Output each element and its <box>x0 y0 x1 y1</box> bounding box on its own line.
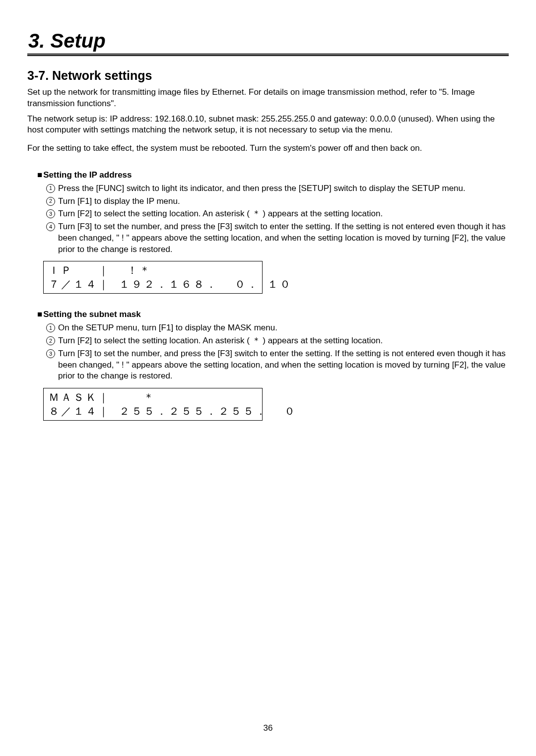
intro-paragraph-1: Set up the network for transmitting imag… <box>27 87 509 110</box>
ip-lcd-row-1: ＩＰ ｜ ！＊ <box>49 263 257 277</box>
mask-steps: 1On the SETUP menu, turn [F1] to display… <box>27 322 509 382</box>
step-text: Turn [F2] to select the setting location… <box>58 208 383 220</box>
step-number-icon: 1 <box>46 323 55 332</box>
mask-step-1: 1On the SETUP menu, turn [F1] to display… <box>27 322 509 334</box>
chapter-title: 3. Setup <box>27 30 509 52</box>
divider-bottom <box>27 55 509 56</box>
step-text: Turn [F2] to select the setting location… <box>58 335 383 347</box>
mask-subheading: Setting the subnet mask <box>27 310 509 319</box>
ip-lcd-row-2: ７／１４｜ １９２．１６８． ０． １０ <box>49 277 257 291</box>
ip-step-1: 1Press the [FUNC] switch to light its in… <box>27 183 509 194</box>
mask-lcd-display: ＭＡＳＫ｜ ＊ ８／１４｜ ２５５．２５５．２５５． ０ <box>43 388 263 421</box>
page-number: 36 <box>27 723 509 733</box>
step-text: Turn [F3] to set the number, and press t… <box>58 221 509 255</box>
step-number-icon: 2 <box>46 336 55 345</box>
ip-subheading: Setting the IP address <box>27 170 509 180</box>
step-number-icon: 3 <box>46 349 55 358</box>
ip-step-3: 3Turn [F2] to select the setting locatio… <box>27 208 509 220</box>
ip-step-2: 2Turn [F1] to display the IP menu. <box>27 196 509 207</box>
intro-paragraph-2: The network setup is: IP address: 192.16… <box>27 114 509 136</box>
step-number-icon: 3 <box>46 209 55 218</box>
step-text: Turn [F3] to set the number, and press t… <box>58 348 509 382</box>
step-number-icon: 2 <box>46 197 55 206</box>
intro-paragraph-3: For the setting to take effect, the syst… <box>27 143 509 154</box>
step-number-icon: 4 <box>46 222 55 231</box>
step-number-icon: 1 <box>46 184 55 193</box>
section-title: 3-7. Network settings <box>27 68 509 83</box>
step-text: Press the [FUNC] switch to light its ind… <box>58 183 466 194</box>
step-text: Turn [F1] to display the IP menu. <box>58 196 180 207</box>
mask-lcd-row-2: ８／１４｜ ２５５．２５５．２５５． ０ <box>49 404 257 418</box>
ip-lcd-display: ＩＰ ｜ ！＊ ７／１４｜ １９２．１６８． ０． １０ <box>43 261 263 294</box>
mask-step-3: 3Turn [F3] to set the number, and press … <box>27 348 509 382</box>
mask-lcd-row-1: ＭＡＳＫ｜ ＊ <box>49 390 257 404</box>
mask-step-2: 2Turn [F2] to select the setting locatio… <box>27 335 509 347</box>
divider-top <box>27 54 509 55</box>
ip-steps: 1Press the [FUNC] switch to light its in… <box>27 183 509 255</box>
ip-step-4: 4Turn [F3] to set the number, and press … <box>27 221 509 255</box>
step-text: On the SETUP menu, turn [F1] to display … <box>58 322 277 334</box>
